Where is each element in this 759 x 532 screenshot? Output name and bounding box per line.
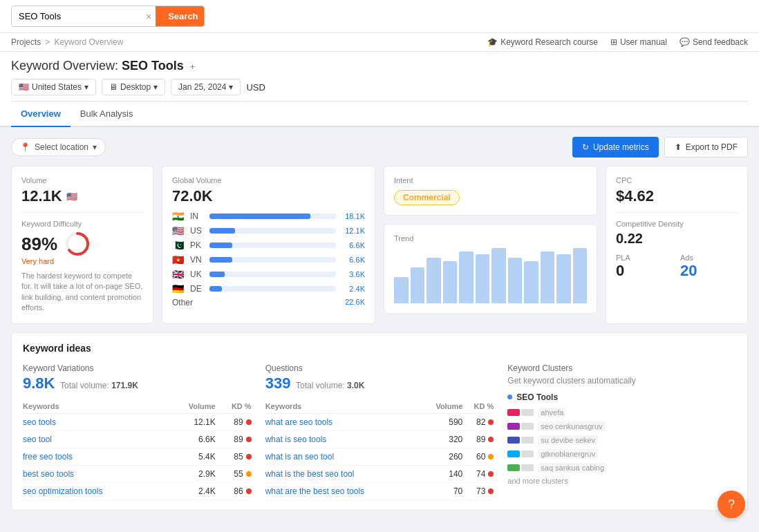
header-nav: Projects > Keyword Overview 🎓 Keyword Re… [0, 33, 759, 52]
topbar: × Search [0, 0, 759, 33]
keyword-link[interactable]: what is the best seo tool [265, 469, 355, 479]
cluster-bar [507, 409, 520, 416]
keyword-link[interactable]: best seo tools [23, 469, 74, 479]
questions-count: 339 [265, 374, 291, 392]
tab-bulk-analysis[interactable]: Bulk Analysis [71, 102, 143, 127]
flag-icon: 🇺🇸 [19, 82, 29, 92]
kd-dot [488, 471, 494, 477]
table-row: what are the best seo tools 70 73 [265, 482, 494, 500]
table-row: seo optimization tools 2.4K 86 [23, 482, 252, 500]
keyword-link[interactable]: what are the best seo tools [265, 486, 364, 496]
main-cluster: SEO Tools [507, 392, 736, 402]
clusters-auto: Get keyword clusters automatically [507, 376, 736, 386]
tabs: Overview Bulk Analysis [0, 102, 759, 127]
competitive-density-label: Competitive Density [616, 220, 738, 228]
filters-row: 🇺🇸 United States ▾ 🖥 Desktop ▾ Jan 25, 2… [11, 79, 748, 102]
chevron-location-icon: ▾ [93, 142, 97, 152]
chevron-date-icon: ▾ [229, 82, 233, 92]
add-keyword-icon[interactable]: + [190, 61, 196, 72]
country-filter[interactable]: 🇺🇸 United States ▾ [11, 79, 96, 95]
course-link[interactable]: 🎓 Keyword Research course [487, 37, 598, 47]
kd-section: Keyword Difficulty 89% Very hard The har… [21, 220, 143, 314]
clusters-title: Keyword Clusters [507, 363, 736, 373]
keyword-link[interactable]: free seo tools [23, 452, 73, 462]
action-buttons: ↻ Update metrics ⬆ Export to PDF [572, 137, 748, 158]
cluster-bar [507, 423, 520, 430]
date-filter[interactable]: Jan 25, 2024 ▾ [171, 79, 241, 95]
trend-bar [394, 277, 409, 303]
volume-cell: 260 [420, 448, 462, 465]
tab-overview[interactable]: Overview [11, 102, 71, 127]
volume-card: Volume 12.1K 🇺🇸 Keyword Difficulty 89% V… [11, 166, 153, 324]
cluster-bar-2 [521, 464, 534, 471]
cpc-label: CPC [616, 176, 738, 184]
search-input[interactable] [12, 7, 142, 26]
manual-link[interactable]: ⊞ User manual [610, 37, 667, 47]
trend-bar [459, 251, 474, 303]
device-filter[interactable]: 🖥 Desktop ▾ [102, 79, 165, 95]
gv-code: IN [190, 211, 205, 221]
gv-flag: 🇵🇰 [172, 240, 186, 251]
kd-cell: 60 [462, 448, 494, 465]
intent-badge: Commercial [394, 190, 460, 205]
global-volume-row: 🇬🇧 UK 3.6K [172, 269, 365, 280]
table-row: best seo tools 2.9K 55 [23, 465, 252, 482]
volume-value: 12.1K [21, 187, 62, 205]
keyword-link[interactable]: what is seo tools [265, 435, 327, 444]
list-item: saq sankua cabing [507, 463, 736, 473]
gv-bar [209, 286, 222, 292]
cluster-color-bars [507, 464, 534, 471]
search-button[interactable]: Search [156, 6, 205, 26]
global-volume-row: 🇮🇳 IN 18.1K [172, 211, 365, 222]
gv-bar [209, 213, 310, 219]
volume-cell: 2.9K [167, 465, 215, 482]
chevron-device-icon: ▾ [153, 82, 158, 92]
clear-button[interactable]: × [142, 8, 156, 25]
gv-bar-bg [209, 228, 336, 234]
volume-cell: 12.1K [167, 413, 215, 430]
ideas-grid: Keyword Variations 9.8K Total volume: 17… [23, 363, 736, 500]
cluster-dot [507, 395, 512, 399]
feedback-link[interactable]: 💬 Send feedback [680, 37, 748, 47]
location-select[interactable]: 📍 Select location ▾ [11, 138, 106, 156]
gv-num: 18.1K [340, 212, 365, 220]
page-title-bar: Keyword Overview: SEO Tools + 🇺🇸 United … [0, 52, 759, 102]
breadcrumb: Projects > Keyword Overview [11, 37, 123, 47]
kd-cell: 89 [216, 430, 252, 448]
table-row: what are seo tools 590 82 [265, 413, 494, 430]
update-metrics-button[interactable]: ↻ Update metrics [572, 137, 659, 158]
trend-bar [491, 248, 506, 303]
gv-bar-bg [209, 243, 336, 248]
search-wrapper: × Search [11, 6, 205, 27]
gv-flag: 🇩🇪 [172, 283, 186, 294]
help-button[interactable]: ? [718, 491, 745, 518]
kd-cell: 82 [462, 413, 494, 430]
keyword-cell: what is seo tools [265, 430, 421, 448]
gv-flag: 🇺🇸 [172, 225, 186, 236]
cpc-value: $4.62 [616, 187, 738, 205]
table-row: seo tool 6.6K 89 [23, 430, 252, 448]
keyword-title: SEO Tools [122, 59, 184, 73]
ads-item: Ads 20 [680, 254, 738, 280]
breadcrumb-projects[interactable]: Projects [11, 37, 41, 47]
global-volume-row: 🇩🇪 DE 2.4K [172, 283, 365, 294]
keyword-link[interactable]: what is an seo tool [265, 452, 334, 462]
cpc-card: CPC $4.62 Competitive Density 0.22 PLA 0… [606, 166, 748, 324]
export-pdf-button[interactable]: ⬆ Export to PDF [664, 137, 748, 158]
kd-dot [246, 454, 252, 459]
keyword-cell: what is the best seo tool [265, 465, 421, 482]
keyword-link[interactable]: seo tools [23, 417, 56, 427]
cluster-color-bars [507, 409, 534, 416]
breadcrumb-current: Keyword Overview [54, 37, 123, 47]
kd-dot [246, 471, 252, 477]
gv-num: 3.6K [340, 270, 365, 278]
keyword-link[interactable]: what are seo tools [265, 417, 332, 427]
gv-code: VN [190, 255, 205, 265]
kd-gauge [64, 231, 91, 257]
cluster-label: saq sankua cabing [538, 463, 607, 473]
keyword-link[interactable]: seo tool [23, 435, 52, 444]
gv-other: Other 22.6K [172, 298, 365, 307]
keyword-cell: seo tools [23, 413, 167, 430]
cluster-color-bars [507, 450, 534, 457]
keyword-link[interactable]: seo optimization tools [23, 486, 102, 496]
